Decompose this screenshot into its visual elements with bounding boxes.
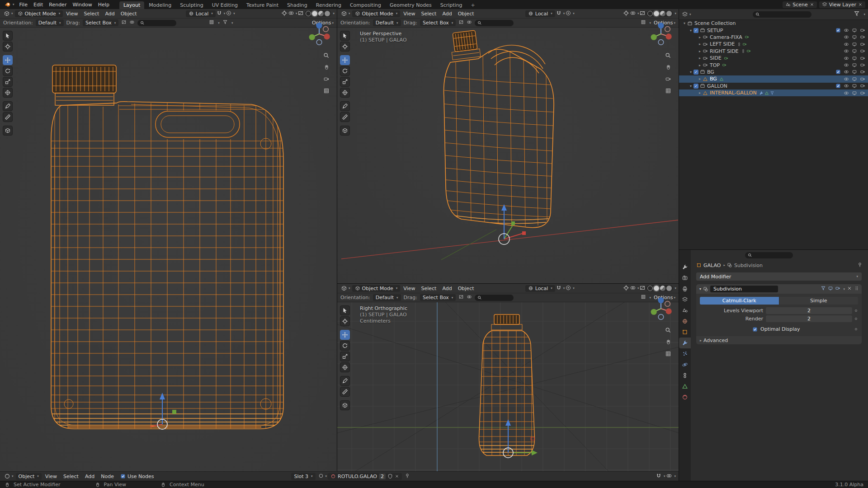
annotate-tool[interactable] <box>3 101 13 111</box>
snap-toggle[interactable] <box>656 473 662 480</box>
disable-render-icon[interactable] <box>860 34 865 40</box>
tab-object-data[interactable] <box>679 381 691 392</box>
show-gizmo-toggle[interactable] <box>623 285 629 292</box>
transform-tool[interactable] <box>3 88 13 98</box>
shading-solid-icon[interactable] <box>654 11 659 16</box>
advanced-section[interactable]: ▸ Advanced <box>696 336 862 344</box>
menu-select[interactable]: Select <box>418 285 439 292</box>
tab-tool[interactable] <box>679 262 691 272</box>
modifier-drag-handle[interactable] <box>854 286 859 292</box>
select-box-tool[interactable] <box>3 31 13 41</box>
ortho-grid-icon[interactable] <box>665 88 671 95</box>
hide-eye-icon[interactable] <box>844 69 849 75</box>
modifier-name-field[interactable]: Subdivision <box>710 286 778 292</box>
transform-orientation-select[interactable]: Local▾ <box>525 285 555 292</box>
exclude-checkbox-icon[interactable] <box>835 28 841 33</box>
disclosure-icon[interactable]: ▸ <box>697 56 703 60</box>
move-tool[interactable] <box>340 55 350 65</box>
render-display-toggle[interactable] <box>835 286 840 292</box>
tab-material[interactable] <box>679 392 691 403</box>
hide-eye-icon[interactable] <box>844 28 849 33</box>
hide-eye-icon[interactable] <box>844 42 849 47</box>
menu-select[interactable]: Select <box>81 10 102 17</box>
zoom-icon[interactable] <box>665 52 671 60</box>
drag-select[interactable]: Select Box▾ <box>420 19 456 26</box>
ortho-grid-icon[interactable] <box>323 88 330 95</box>
measure-tool[interactable] <box>340 387 350 397</box>
show-gizmo-toggle[interactable] <box>281 10 288 18</box>
menu-window[interactable]: Window <box>70 1 94 8</box>
outliner-row-camera-fixa[interactable]: ▸ Camera-FIXA <box>679 34 868 41</box>
disable-render-icon[interactable] <box>860 83 865 89</box>
snap-toggle[interactable] <box>556 285 562 292</box>
hide-eye-icon[interactable] <box>844 56 849 61</box>
shading-wireframe-icon[interactable] <box>306 11 311 16</box>
view-layer-selector[interactable]: View Layer <box>819 1 865 8</box>
simple-button[interactable]: Simple <box>779 297 859 305</box>
workspace-tab-rendering[interactable]: Rendering <box>312 1 345 9</box>
pan-icon[interactable] <box>665 64 671 72</box>
exclude-checkbox-icon[interactable] <box>835 69 841 75</box>
blender-menu-button[interactable]: ▾ <box>3 1 16 8</box>
shading-material-icon[interactable] <box>660 286 665 291</box>
menu-help[interactable]: Help <box>95 1 112 8</box>
menu-view[interactable]: View <box>401 285 418 292</box>
add-modifier-button[interactable]: Add Modifier▾ <box>696 272 862 281</box>
disable-viewport-icon[interactable] <box>852 62 857 68</box>
add-workspace-button[interactable]: + <box>467 1 479 9</box>
filter-button[interactable] <box>222 19 228 26</box>
animate-decorator[interactable] <box>855 310 857 312</box>
shading-mode-switch[interactable] <box>646 285 673 291</box>
collection-checkbox[interactable]: ✓ <box>693 28 698 33</box>
scene-selector[interactable]: Scene <box>783 1 817 8</box>
overlays-toggle[interactable] <box>666 473 672 480</box>
menu-view[interactable]: View <box>401 10 418 17</box>
navigation-gizmo[interactable] <box>648 21 674 47</box>
outliner-row-scene-collection[interactable]: ▾ Scene Collection <box>679 20 868 27</box>
menu-add[interactable]: Add <box>439 10 454 17</box>
tab-particles[interactable] <box>679 348 691 359</box>
zoom-icon[interactable] <box>665 327 671 335</box>
disable-viewport-icon[interactable] <box>852 42 857 47</box>
tab-object[interactable] <box>679 327 691 338</box>
catmull-clark-button[interactable]: Catmull-Clark <box>700 297 779 305</box>
measure-tool[interactable] <box>3 112 13 122</box>
menu-view[interactable]: View <box>42 473 60 480</box>
cursor-tool[interactable] <box>340 316 350 326</box>
hide-eye-icon[interactable] <box>844 90 849 96</box>
animate-decorator[interactable] <box>855 328 857 330</box>
orientation-select[interactable]: Default▾ <box>373 19 401 26</box>
disclosure-icon[interactable]: ▸ <box>697 35 703 39</box>
transform-tool[interactable] <box>340 362 350 372</box>
workspace-tab-uv-editing[interactable]: UV Editing <box>208 1 242 9</box>
menu-node[interactable]: Node <box>98 473 117 480</box>
cursor-tool[interactable] <box>3 42 13 52</box>
tab-world[interactable] <box>679 316 691 327</box>
pan-icon[interactable] <box>323 64 330 72</box>
shading-material-icon[interactable] <box>660 11 665 16</box>
fake-user-shield-icon[interactable] <box>387 474 393 479</box>
disable-viewport-icon[interactable] <box>852 48 857 54</box>
workspace-tab-compositing[interactable]: Compositing <box>346 1 385 9</box>
disclosure-icon[interactable]: ▸ <box>697 49 703 53</box>
shading-wireframe-icon[interactable] <box>647 286 653 291</box>
navigation-gizmo[interactable] <box>648 296 674 322</box>
tab-physics[interactable] <box>679 359 691 370</box>
editor-type-button[interactable]: ▾ <box>2 10 14 17</box>
disable-viewport-icon[interactable] <box>852 34 857 40</box>
cursor-tool[interactable] <box>340 42 350 52</box>
shading-mode-switch[interactable] <box>646 10 673 17</box>
zoom-icon[interactable] <box>323 52 330 60</box>
mask-icon-a[interactable] <box>458 19 464 26</box>
hide-eye-icon[interactable] <box>844 76 849 82</box>
menu-file[interactable]: File <box>17 1 30 8</box>
unlink-material-icon[interactable] <box>395 474 399 479</box>
editor-type-button[interactable]: ▾ <box>3 473 15 479</box>
disable-viewport-icon[interactable] <box>852 69 857 75</box>
disclosure-icon[interactable]: ▸ <box>697 42 703 46</box>
panel-disclosure-icon[interactable]: ▾ <box>699 287 701 291</box>
add-cube-tool[interactable] <box>340 400 350 410</box>
disclosure-icon[interactable]: ▾ <box>688 28 693 33</box>
scale-tool[interactable] <box>340 352 350 361</box>
disable-render-icon[interactable] <box>860 56 865 61</box>
